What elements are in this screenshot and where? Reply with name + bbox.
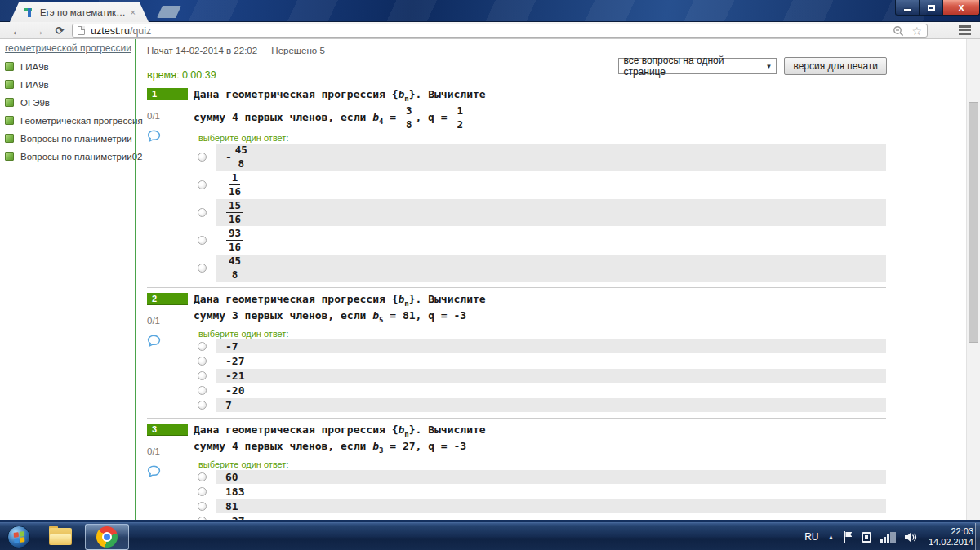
answer-radio[interactable] <box>198 487 207 496</box>
sidebar-item[interactable]: ОГЭ9в <box>5 97 135 108</box>
folder-cube-icon <box>5 152 14 161</box>
chrome-menu-icon[interactable] <box>959 25 971 35</box>
answer-option-row: 81 <box>194 499 886 513</box>
sidebar-item-label: ГИА9в <box>20 80 49 90</box>
sidebar-item[interactable]: Вопросы по планиметрии02 <box>5 151 135 162</box>
answer-radio[interactable] <box>198 342 207 351</box>
fraction: 38 <box>403 105 415 131</box>
question-number-badge: 1 <box>147 88 188 100</box>
vertical-scrollbar[interactable] <box>966 39 980 520</box>
answer-option[interactable]: -21 <box>216 369 886 383</box>
answer-radio[interactable] <box>198 401 207 410</box>
answer-option[interactable]: - 458 <box>216 144 886 171</box>
language-indicator[interactable]: RU <box>804 531 818 543</box>
answer-option-row: -7 <box>194 339 886 353</box>
answer-option[interactable]: 60 <box>216 470 886 484</box>
minimize-button[interactable] <box>895 0 920 16</box>
answer-radio[interactable] <box>198 502 207 511</box>
network-signal-icon[interactable] <box>880 532 896 543</box>
sidebar-item[interactable]: Вопросы по планиметрии <box>5 133 135 144</box>
answer-option-row: 458 <box>194 255 886 282</box>
question-number-badge: 2 <box>147 293 188 305</box>
answer-option[interactable]: 81 <box>216 499 886 513</box>
scrollbar-thumb[interactable] <box>969 102 978 343</box>
sidebar-item-label: Вопросы по планиметрии02 <box>20 152 142 162</box>
answer-option[interactable]: -7 <box>216 339 886 353</box>
tray-overflow-icon[interactable]: ▲ <box>828 534 835 541</box>
browser-tab[interactable]: Егэ по математике, подго × <box>10 2 149 22</box>
tab-close-icon[interactable]: × <box>131 7 136 17</box>
comment-bubble-icon[interactable] <box>147 130 162 145</box>
site-favicon-icon <box>24 7 35 18</box>
sidebar-item[interactable]: ГИА9в <box>5 79 135 90</box>
quiz-controls: все вопросы на одной странице ▼ версия д… <box>618 57 887 75</box>
bookmark-star-icon[interactable]: ☆ <box>911 25 922 37</box>
question-score: 0/1 <box>147 316 194 326</box>
answer-option[interactable]: 458 <box>216 255 886 282</box>
answer-radio[interactable] <box>198 357 207 366</box>
answer-option[interactable]: 116 <box>216 171 886 198</box>
start-button[interactable] <box>7 526 30 548</box>
new-tab-button[interactable] <box>157 6 181 18</box>
question-block: 3 0/1 Дана геометрическая прогрессия {bn… <box>147 418 886 520</box>
fraction: 116 <box>226 172 243 197</box>
answer-radio[interactable] <box>198 371 207 380</box>
question-block: 2 0/1 Дана геометрическая прогрессия {bn… <box>147 287 886 413</box>
window-title-bar: Егэ по математике, подго × x <box>0 0 980 22</box>
answer-option[interactable]: 7 <box>216 398 886 412</box>
tray-device-icon[interactable] <box>862 532 871 543</box>
answer-option[interactable]: -20 <box>216 384 886 397</box>
chrome-icon <box>96 526 118 548</box>
desktop-screen: Егэ по математике, подго × x ← → ⟳ uztes… <box>0 0 980 550</box>
answer-radio[interactable] <box>198 180 207 189</box>
answer-radio[interactable] <box>198 236 207 245</box>
comment-bubble-icon[interactable] <box>147 335 162 350</box>
back-icon[interactable]: ← <box>8 22 26 39</box>
answer-option[interactable]: -27 <box>216 514 886 520</box>
page-content: геометрической прогрессии ГИА9вГИА9вОГЭ9… <box>0 39 980 520</box>
action-center-flag-icon[interactable] <box>843 531 853 543</box>
sidebar-top-link[interactable]: геометрической прогрессии <box>5 42 135 54</box>
print-version-button[interactable]: версия для печати <box>784 57 887 75</box>
taskbar-clock[interactable]: 22:03 14.02.2014 <box>929 526 973 548</box>
answer-option-row: 183 <box>194 485 886 499</box>
window-controls: x <box>895 0 980 16</box>
sidebar-item[interactable]: ГИА9в <box>5 61 135 72</box>
explorer-taskbar-icon[interactable] <box>49 528 72 545</box>
fraction: 458 <box>233 144 250 170</box>
show-desktop-button[interactable] <box>975 523 980 550</box>
question-score: 0/1 <box>147 111 194 121</box>
zoom-icon[interactable] <box>893 25 904 37</box>
reload-icon[interactable]: ⟳ <box>51 22 69 39</box>
answer-option-row: -27 <box>194 354 886 368</box>
chrome-taskbar-button[interactable] <box>85 524 129 550</box>
answer-option-row: 60 <box>194 470 886 484</box>
url-path: /quiz <box>130 25 151 37</box>
answer-option[interactable]: 9316 <box>216 227 886 254</box>
url-host: uztest.ru <box>91 25 130 37</box>
answer-option-row: -27 <box>194 514 886 520</box>
folder-cube-icon <box>5 98 14 107</box>
answer-option-row: -21 <box>194 369 886 383</box>
answer-radio[interactable] <box>198 472 207 481</box>
answer-option[interactable]: -27 <box>216 354 886 368</box>
answer-radio[interactable] <box>198 208 207 217</box>
fraction: 458 <box>226 255 243 281</box>
close-button[interactable]: x <box>942 0 980 16</box>
answer-option[interactable]: 1516 <box>216 199 886 226</box>
maximize-button[interactable] <box>920 0 942 16</box>
fraction: 12 <box>454 105 466 131</box>
answer-option[interactable]: 183 <box>216 485 886 499</box>
answer-option-row: -20 <box>194 384 886 397</box>
comment-bubble-icon[interactable] <box>147 465 162 481</box>
answer-radio[interactable] <box>198 264 207 273</box>
answer-radio[interactable] <box>198 153 207 162</box>
quiz-started: Начат 14-02-2014 в 22:02 <box>147 46 257 55</box>
volume-icon[interactable] <box>905 532 917 543</box>
address-bar[interactable]: uztest.ru /quiz ☆ <box>72 24 928 38</box>
sidebar-item[interactable]: Геометрическая прогрессия <box>5 115 135 126</box>
questions-per-page-select[interactable]: все вопросы на одной странице ▼ <box>618 58 777 74</box>
forward-icon[interactable]: → <box>29 22 47 39</box>
answer-radio[interactable] <box>198 386 207 395</box>
answer-options: 6018381-27-60 <box>194 470 886 520</box>
